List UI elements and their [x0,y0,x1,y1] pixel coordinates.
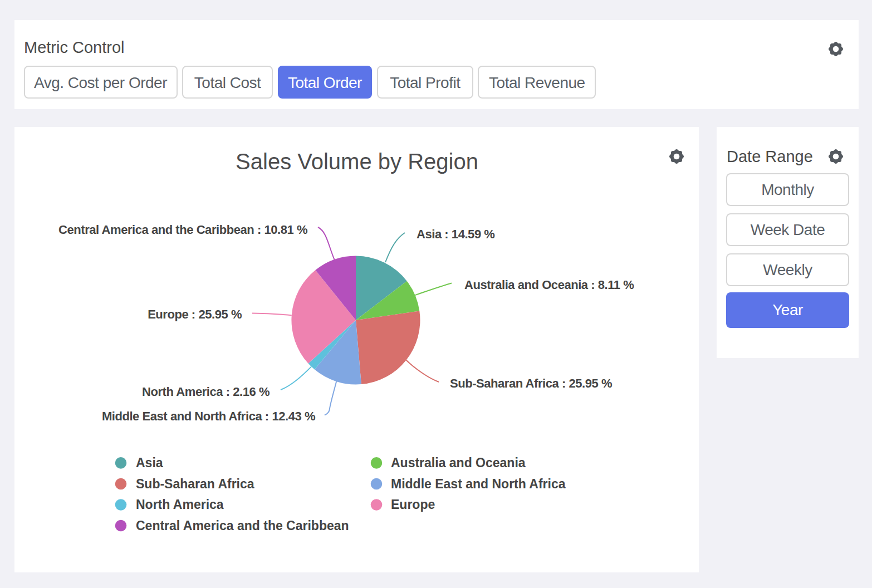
svg-text:Asia : 14.59 %: Asia : 14.59 % [417,227,494,241]
svg-text:Middle East and North Africa :: Middle East and North Africa : 12.43 % [102,409,315,423]
svg-text:Asia: Asia [136,455,163,470]
svg-text:Sub-Saharan Africa: Sub-Saharan Africa [136,477,254,491]
svg-text:Middle East and North Africa: Middle East and North Africa [391,477,566,491]
svg-text:Sales Volume by Region: Sales Volume by Region [236,149,478,174]
svg-text:North America : 2.16 %: North America : 2.16 % [142,385,270,399]
svg-text:Europe: Europe [391,497,435,512]
svg-text:Australia and Oceania : 8.11 %: Australia and Oceania : 8.11 % [464,278,634,292]
svg-text:Australia and Oceania: Australia and Oceania [391,455,526,470]
svg-text:North America: North America [136,497,224,512]
svg-text:Central America and the Caribb: Central America and the Caribbean : 10.8… [58,223,307,237]
svg-text:Central America and the Caribb: Central America and the Caribbean [136,518,349,533]
svg-text:Europe : 25.95 %: Europe : 25.95 % [148,307,242,321]
svg-text:Sub-Saharan Africa : 25.95 %: Sub-Saharan Africa : 25.95 % [450,376,612,390]
